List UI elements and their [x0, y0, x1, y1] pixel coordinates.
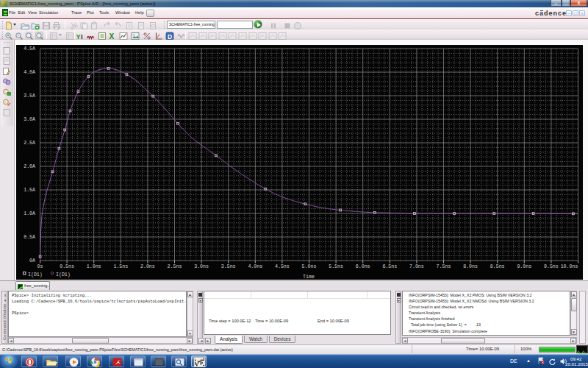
svg-text:2.5ns: 2.5ns: [168, 264, 182, 269]
svg-text:7.5ns: 7.5ns: [437, 264, 451, 269]
svg-text:1.0A: 1.0A: [24, 211, 35, 216]
svg-text:Y: Y: [76, 33, 81, 40]
svg-text:4.5ns: 4.5ns: [275, 264, 290, 269]
svg-text:3.0ns: 3.0ns: [194, 264, 209, 269]
svg-text:0A: 0A: [29, 258, 35, 263]
svg-text:5.5ns: 5.5ns: [329, 264, 343, 269]
svg-text:0.5ns: 0.5ns: [60, 264, 74, 269]
svg-text:0.5A: 0.5A: [24, 235, 35, 240]
svg-text:1.5ns: 1.5ns: [113, 264, 128, 269]
svg-text:2.5A: 2.5A: [24, 141, 35, 146]
svg-text:8.5ns: 8.5ns: [490, 264, 505, 269]
svg-text:8.0ns: 8.0ns: [463, 264, 478, 269]
svg-text:2.0A: 2.0A: [24, 164, 35, 169]
svg-text:5.0ns: 5.0ns: [302, 264, 317, 269]
svg-text:9.5ns: 9.5ns: [544, 264, 559, 269]
svg-text:4.0A: 4.0A: [24, 70, 35, 75]
svg-text:7.0ns: 7.0ns: [409, 264, 424, 269]
svg-text:1.0ns: 1.0ns: [87, 264, 101, 269]
svg-text:Time: Time: [303, 275, 315, 280]
svg-text:3.5ns: 3.5ns: [221, 264, 236, 269]
svg-text:0s: 0s: [37, 264, 43, 269]
svg-text:9.0ns: 9.0ns: [517, 264, 531, 269]
svg-text:I: I: [81, 33, 83, 40]
svg-text:D: D: [168, 33, 172, 40]
svg-text:4.5A: 4.5A: [24, 46, 35, 52]
svg-text:I(D1): I(D1): [56, 272, 71, 277]
svg-text:4.0ns: 4.0ns: [248, 264, 262, 269]
svg-text:3.0A: 3.0A: [24, 117, 35, 122]
svg-text:2.0ns: 2.0ns: [140, 264, 155, 269]
svg-text:3.5A: 3.5A: [24, 93, 35, 99]
svg-text:1.5A: 1.5A: [24, 188, 35, 193]
svg-text:6.0ns: 6.0ns: [356, 264, 370, 269]
svg-text:I(D1): I(D1): [28, 272, 43, 277]
svg-text:10.0ns: 10.0ns: [561, 264, 578, 269]
svg-text:6.5ns: 6.5ns: [382, 264, 397, 269]
